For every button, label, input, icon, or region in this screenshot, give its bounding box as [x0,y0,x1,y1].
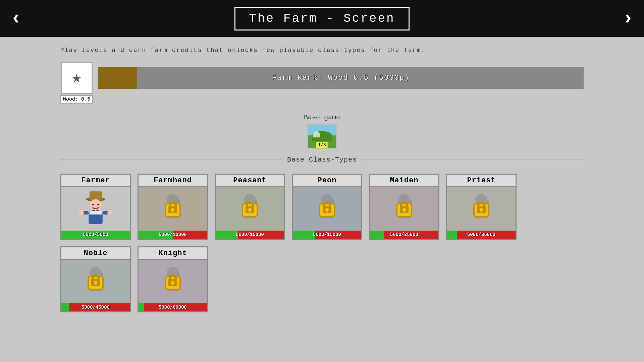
class-progress-bar: 5000/10000 [139,231,207,239]
class-card-title: Priest [447,175,516,187]
class-card-art [139,260,207,303]
class-card-priest[interactable]: Priest 5000/35000 [446,174,517,240]
class-card-art [293,187,361,231]
top-bar: ‹ The Farm - Screen › [0,0,644,37]
class-progress-text: 5000/35000 [447,232,516,237]
class-grid: Farmer [60,174,584,312]
class-card-title: Knight [139,247,207,260]
class-card-peon[interactable]: Peon 5000/15000 [292,174,362,240]
class-progress-bar: 5000/60000 [139,303,207,311]
rank-section: ★ Wood: 0.5 Farm Rank: Wood 0.5 (5000p) [60,62,584,104]
base-game-label: Base game [304,114,340,121]
class-progress-text: 5000/10000 [139,232,207,237]
class-progress-bar: 5000/5000 [61,231,130,239]
svg-rect-49 [480,210,482,213]
svg-rect-35 [326,210,328,213]
svg-rect-3 [90,191,102,200]
class-progress-bar: 5000/35000 [447,231,516,239]
class-progress-text: 5000/25000 [370,232,438,237]
divider-section: Base Class-Types [60,156,584,164]
nav-right-button[interactable]: › [622,8,634,28]
svg-marker-0 [312,131,321,134]
svg-rect-28 [249,210,251,213]
star-icon: ★ [72,70,82,86]
description-text: Play levels and earn farm credits that u… [60,47,584,54]
class-progress-text: 5000/15000 [293,232,361,237]
nav-left-button[interactable]: ‹ [10,8,22,28]
svg-rect-10 [90,211,102,215]
class-card-title: Maiden [370,175,438,187]
class-card-noble[interactable]: Noble 5000/45000 [60,246,131,312]
svg-rect-63 [172,283,173,285]
base-game-thumbnail[interactable]: 1/8 [307,124,337,149]
wood-label: Wood: 0.5 [60,95,93,104]
class-progress-bar: 5000/15000 [293,231,361,239]
class-card-title: Peasant [216,175,284,187]
class-progress-text: 5000/45000 [61,305,130,310]
svg-point-6 [97,203,99,205]
class-card-art [61,260,130,303]
svg-point-13 [78,210,84,216]
screen-title: The Farm - Screen [234,7,409,31]
svg-rect-21 [172,210,173,213]
star-box: ★ [61,62,93,94]
rank-bar-wrapper: Farm Rank: Wood 0.5 (5000p) [98,62,584,94]
class-progress-bar: 5000/45000 [61,303,130,311]
class-card-art [447,187,516,231]
rank-bar: Farm Rank: Wood 0.5 (5000p) [98,67,584,89]
class-progress-text: 5000/5000 [61,232,130,237]
class-progress-bar: 5000/25000 [370,231,438,239]
base-game-section: Base game 1/8 [60,114,584,149]
class-card-art [370,187,438,231]
class-card-title: Noble [61,247,130,260]
svg-rect-42 [403,210,405,213]
svg-rect-1 [313,134,320,137]
class-card-farmer[interactable]: Farmer [60,174,131,240]
class-card-art [139,187,207,231]
thumb-badge: 1/8 [316,142,328,148]
class-progress-text: 5000/60000 [139,305,207,310]
divider-right [362,160,584,160]
svg-rect-56 [95,283,96,285]
main-content: Play levels and earn farm credits that u… [0,37,644,329]
class-card-title: Peon [293,175,361,187]
class-card-title: Farmhand [139,175,207,187]
divider-left [60,160,282,160]
svg-point-4 [90,199,102,211]
class-card-art [216,187,284,231]
svg-point-14 [107,210,113,216]
class-progress-text: 5000/15000 [216,232,284,237]
class-card-peasant[interactable]: Peasant 5000/15000 [215,174,285,240]
class-card-title: Farmer [61,175,130,187]
class-card-farmhand[interactable]: Farmhand 5000/10000 [138,174,208,240]
class-card-knight[interactable]: Knight 5000/60000 [138,246,208,312]
svg-point-5 [92,203,94,205]
class-card-art [61,187,130,231]
class-progress-bar: 5000/15000 [216,231,284,239]
rank-bar-text: Farm Rank: Wood 0.5 (5000p) [98,74,584,82]
class-card-maiden[interactable]: Maiden 5000/25000 [369,174,439,240]
divider-label: Base Class-Types [287,156,357,164]
